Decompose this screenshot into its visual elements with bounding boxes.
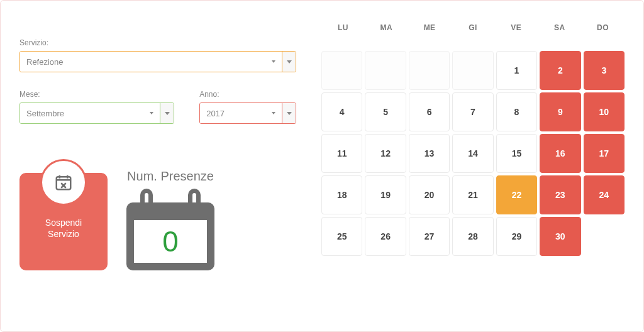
calendar-day[interactable]: 27 xyxy=(409,217,450,256)
presenze-label: Num. Presenze xyxy=(126,169,214,184)
bottom-row: Sospendi Servizio Num. Presenze 0 xyxy=(19,160,296,270)
calendar: LUMAMEGIVESADO 1234567891011121314151617… xyxy=(321,19,625,256)
servizio-value: Refezione xyxy=(20,52,282,72)
calendar-day-empty xyxy=(365,51,406,90)
calendar-day[interactable]: 21 xyxy=(452,175,493,214)
calendar-cancel-icon xyxy=(54,173,73,192)
calendar-day[interactable]: 3 xyxy=(584,51,625,90)
weekday-label: ME xyxy=(408,19,452,36)
mese-select[interactable]: Settembre xyxy=(19,102,174,124)
calendar-day[interactable]: 29 xyxy=(496,217,537,256)
calendar-day[interactable]: 2 xyxy=(540,51,580,90)
calendar-day-empty xyxy=(452,51,493,90)
right-column: LUMAMEGIVESADO 1234567891011121314151617… xyxy=(321,19,625,313)
calendar-day-empty xyxy=(321,51,362,90)
anno-dropdown-button[interactable] xyxy=(282,103,296,123)
calendar-day[interactable]: 12 xyxy=(365,134,406,173)
mese-value: Settembre xyxy=(20,103,160,123)
calendar-day[interactable]: 26 xyxy=(365,217,406,256)
left-column: Servizio: Refezione Mese: Settembre xyxy=(19,19,296,313)
main-panel: Servizio: Refezione Mese: Settembre xyxy=(0,0,644,332)
calendar-day[interactable]: 18 xyxy=(321,175,362,214)
mese-value-text: Settembre xyxy=(26,109,64,118)
calendar-grid: 1234567891011121314151617181920212223242… xyxy=(321,51,625,256)
caret-down-icon xyxy=(272,112,275,114)
calendar-body-icon: 0 xyxy=(126,202,214,270)
calendar-day[interactable]: 7 xyxy=(452,92,493,131)
caret-down-icon xyxy=(272,60,275,63)
anno-label: Anno: xyxy=(199,90,296,99)
anno-group: Anno: 2017 xyxy=(199,90,296,124)
calendar-day[interactable]: 30 xyxy=(540,217,580,256)
calendar-day-empty xyxy=(409,51,450,90)
calendar-day[interactable]: 8 xyxy=(496,92,537,131)
calendar-day[interactable]: 5 xyxy=(365,92,406,131)
calendar-day[interactable]: 20 xyxy=(409,175,450,214)
servizio-label: Servizio: xyxy=(19,38,296,47)
servizio-dropdown-button[interactable] xyxy=(282,52,296,72)
calendar-day[interactable]: 4 xyxy=(321,92,362,131)
weekday-label: VE xyxy=(494,19,538,36)
weekday-label: LU xyxy=(321,19,365,36)
calendar-day[interactable]: 24 xyxy=(584,175,625,214)
anno-select[interactable]: 2017 xyxy=(199,102,296,124)
calendar-head: LUMAMEGIVESADO xyxy=(321,19,625,36)
weekday-label: SA xyxy=(538,19,581,36)
calendar-day[interactable]: 6 xyxy=(409,92,450,131)
suspend-label-line1: Sospendi xyxy=(19,217,108,228)
servizio-group: Servizio: Refezione xyxy=(19,38,296,72)
suspend-icon-circle xyxy=(40,159,87,206)
servizio-value-text: Refezione xyxy=(26,57,64,67)
weekday-label: GI xyxy=(452,19,495,36)
calendar-day[interactable]: 10 xyxy=(584,92,625,131)
anno-value: 2017 xyxy=(200,103,282,123)
calendar-day[interactable]: 19 xyxy=(365,175,406,214)
calendar-day[interactable]: 17 xyxy=(584,134,625,173)
calendar-day[interactable]: 28 xyxy=(452,217,493,256)
servizio-select[interactable]: Refezione xyxy=(19,51,296,72)
calendar-day[interactable]: 1 xyxy=(496,51,537,90)
svg-rect-0 xyxy=(57,177,71,189)
suspend-service-button[interactable]: Sospendi Servizio xyxy=(19,173,108,270)
chevron-down-icon xyxy=(165,112,170,115)
calendar-day[interactable]: 25 xyxy=(321,217,362,256)
presenze-widget: Num. Presenze 0 xyxy=(126,169,214,270)
chevron-down-icon xyxy=(287,112,292,115)
calendar-count-icon: 0 xyxy=(126,189,214,270)
calendar-day[interactable]: 23 xyxy=(540,175,580,214)
calendar-day[interactable]: 9 xyxy=(540,92,580,131)
weekday-label: MA xyxy=(365,19,408,36)
calendar-day[interactable]: 11 xyxy=(321,134,362,173)
chevron-down-icon xyxy=(287,60,292,64)
mese-dropdown-button[interactable] xyxy=(160,103,174,123)
presenze-value: 0 xyxy=(162,224,179,258)
month-year-row: Mese: Settembre Anno: 2017 xyxy=(19,90,296,141)
anno-value-text: 2017 xyxy=(206,109,225,118)
calendar-day[interactable]: 15 xyxy=(496,134,537,173)
calendar-day[interactable]: 14 xyxy=(452,134,493,173)
suspend-label-line2: Servizio xyxy=(19,228,108,240)
weekday-label: DO xyxy=(581,19,625,36)
mese-group: Mese: Settembre xyxy=(19,90,174,124)
calendar-day[interactable]: 13 xyxy=(409,134,450,173)
calendar-day[interactable]: 16 xyxy=(540,134,580,173)
calendar-day[interactable]: 22 xyxy=(496,175,537,214)
caret-down-icon xyxy=(150,112,153,114)
mese-label: Mese: xyxy=(19,90,174,99)
